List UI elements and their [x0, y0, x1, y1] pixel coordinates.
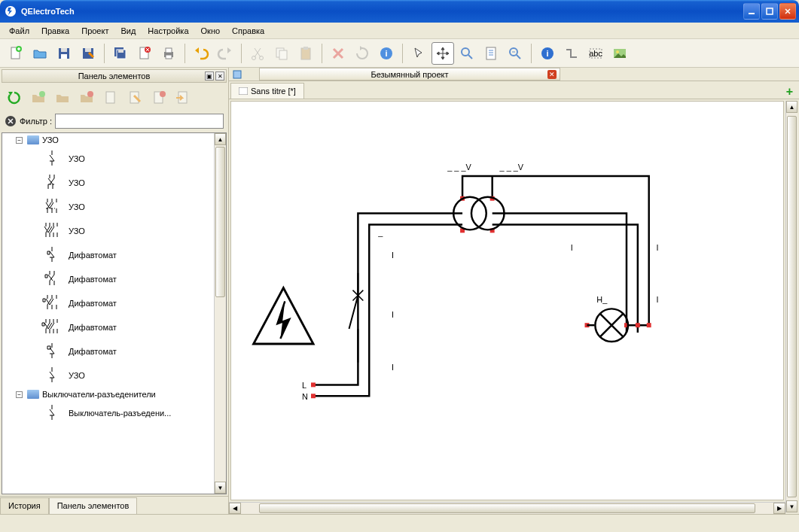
svg-rect-22 — [301, 48, 310, 59]
tree-item-label: УЗО — [69, 371, 85, 380]
maximize-button[interactable] — [761, 3, 778, 20]
h-scroll-thumb[interactable] — [259, 503, 755, 513]
minimize-button[interactable] — [743, 3, 760, 20]
tree-item[interactable]: УЗО — [2, 171, 214, 195]
new-doc-button[interactable] — [5, 42, 27, 65]
scroll-up-button[interactable]: ▲ — [786, 101, 797, 113]
filter-input[interactable] — [55, 114, 224, 129]
svg-text:i: i — [385, 49, 387, 58]
tree-item[interactable]: Дифавтомат — [2, 339, 214, 363]
main-area: Безымянный проект ✕ Sans titre [*] + — [229, 68, 799, 514]
menu-project[interactable]: Проект — [75, 25, 114, 37]
open-button[interactable] — [29, 42, 51, 65]
scroll-thumb[interactable] — [215, 147, 225, 297]
cut-button[interactable] — [246, 42, 269, 65]
scroll-down-button[interactable]: ▼ — [215, 482, 226, 494]
tree-item[interactable]: Дифавтомат — [2, 291, 214, 315]
schematic-canvas[interactable]: ItemId — [230, 101, 784, 500]
label-v1: _ _ _V — [447, 163, 471, 172]
text-button[interactable]: abc — [584, 42, 607, 65]
about-button[interactable]: i — [536, 42, 559, 65]
tree-item-label: УЗО — [69, 226, 85, 236]
menu-file[interactable]: Файл — [3, 25, 35, 37]
tree-item[interactable]: Выключатель-разъедени... — [2, 401, 214, 425]
svg-rect-45 — [311, 382, 316, 387]
reload-button[interactable] — [3, 87, 26, 109]
svg-text:I: I — [657, 243, 659, 252]
undo-button[interactable] — [190, 42, 212, 65]
tree-item[interactable]: Дифавтомат — [2, 243, 214, 267]
print-button[interactable] — [157, 42, 180, 65]
collapse-icon[interactable]: − — [16, 391, 23, 398]
tree-item[interactable]: Дифавтомат — [2, 315, 214, 339]
project-tab[interactable]: Безымянный проект ✕ — [259, 68, 560, 81]
scroll-up-button[interactable]: ▲ — [215, 133, 226, 145]
menu-edit[interactable]: Правка — [35, 25, 75, 37]
paste-button[interactable] — [294, 42, 317, 65]
save-as-button[interactable] — [77, 42, 99, 65]
delete-button[interactable] — [327, 42, 349, 65]
move-tool[interactable] — [432, 42, 454, 65]
page-tool[interactable] — [480, 42, 502, 65]
pointer-tool[interactable] — [407, 42, 430, 65]
tree-folder[interactable]: − Выключатели-разъеденители — [2, 388, 214, 401]
svg-rect-7 — [61, 54, 67, 59]
statusbar — [0, 514, 799, 530]
close-tab-button[interactable]: ✕ — [547, 70, 557, 79]
collapse-icon[interactable]: − — [16, 137, 23, 144]
add-sheet-button[interactable]: + — [783, 85, 796, 99]
tab-history[interactable]: История — [0, 497, 49, 514]
edit-category-button[interactable] — [51, 87, 74, 109]
zoom-fit-button[interactable] — [504, 42, 526, 65]
sheet-tabs: Sans titre [*] + — [229, 81, 799, 99]
rotate-button[interactable] — [351, 42, 374, 65]
panel-float-button[interactable]: ▣ — [205, 71, 214, 81]
close-doc-button[interactable] — [133, 42, 156, 65]
menu-help[interactable]: Справка — [226, 25, 270, 37]
save-button[interactable] — [53, 42, 75, 65]
tree-item[interactable]: Дифавтомат — [2, 267, 214, 291]
zoom-tool[interactable] — [456, 42, 478, 65]
save-all-button[interactable] — [109, 42, 132, 65]
tree-item[interactable]: УЗО — [2, 195, 214, 219]
svg-text:I: I — [392, 310, 394, 319]
folder-icon — [27, 390, 39, 399]
menu-settings[interactable]: Настройка — [142, 25, 194, 37]
new-category-button[interactable] — [27, 87, 50, 109]
tree-folder[interactable]: − УЗО — [2, 133, 214, 147]
tree-scrollbar[interactable]: ▲ ▼ — [214, 133, 226, 494]
copy-button[interactable] — [270, 42, 293, 65]
image-button[interactable] — [608, 42, 631, 65]
delete-element-button[interactable] — [148, 87, 170, 109]
tree-item[interactable]: УЗО — [2, 147, 214, 171]
scroll-down-button[interactable]: ▼ — [786, 500, 797, 512]
svg-rect-46 — [311, 394, 316, 398]
svg-rect-6 — [61, 48, 67, 52]
horizontal-scrollbar[interactable]: ◀ ▶ — [229, 502, 785, 514]
import-element-button[interactable] — [172, 87, 194, 109]
tab-elements[interactable]: Панель элементов — [49, 497, 138, 514]
scroll-left-button[interactable]: ◀ — [229, 503, 241, 514]
close-button[interactable] — [779, 3, 796, 20]
menu-window[interactable]: Окно — [195, 25, 227, 37]
delete-category-button[interactable] — [75, 87, 98, 109]
info-button[interactable]: i — [375, 42, 398, 65]
vertical-scrollbar[interactable]: ▲ ▼ — [785, 101, 797, 512]
new-element-button[interactable] — [99, 87, 122, 109]
tree-item[interactable]: УЗО — [2, 363, 214, 388]
clear-filter-icon[interactable] — [5, 115, 17, 127]
v-scroll-thumb[interactable] — [787, 116, 797, 497]
panel-close-button[interactable]: ✕ — [215, 71, 224, 81]
svg-point-40 — [160, 91, 166, 97]
menu-view[interactable]: Вид — [114, 25, 142, 37]
tree-item[interactable]: УЗО — [2, 219, 214, 243]
scroll-right-button[interactable]: ▶ — [773, 503, 785, 514]
svg-text:I: I — [571, 243, 573, 252]
edit-element-button[interactable] — [124, 87, 146, 109]
sheet-tab[interactable]: Sans titre [*] — [230, 83, 304, 99]
project-icon — [232, 69, 242, 80]
svg-point-18 — [252, 56, 256, 59]
conductor-button[interactable] — [560, 42, 583, 65]
svg-text:I: I — [657, 295, 659, 304]
redo-button[interactable] — [214, 42, 236, 65]
